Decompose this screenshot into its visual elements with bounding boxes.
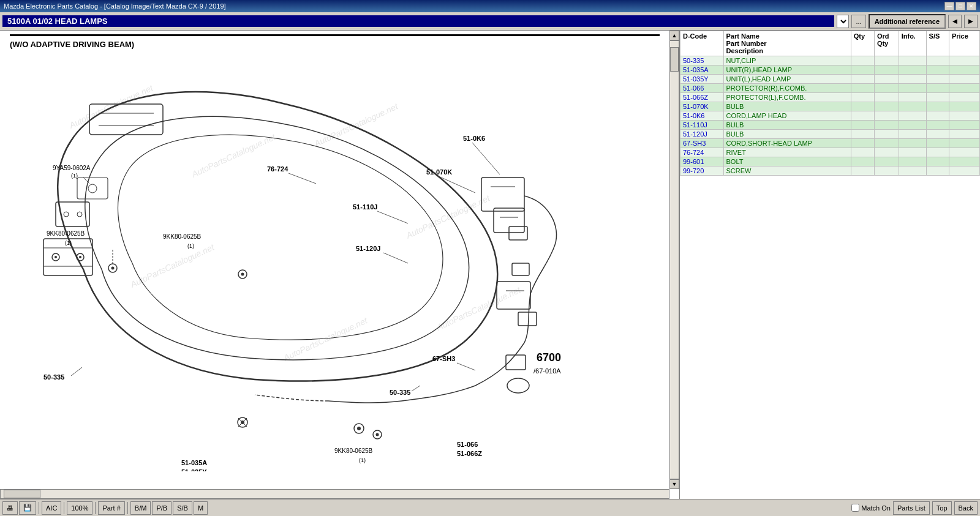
separator-3 [95, 502, 96, 514]
cell-ordqty [874, 93, 899, 102]
maximize-button[interactable]: □ [956, 2, 965, 10]
nav-back-button[interactable]: ◄ [948, 15, 962, 28]
svg-text:9YA59-0602A: 9YA59-0602A [53, 165, 91, 171]
table-row[interactable]: 51-120J BULB [680, 130, 980, 139]
diagram-svg-container: AutoPartsCatalogue.net AutoPartsCatalogu… [0, 55, 669, 473]
table-row[interactable]: 76-724 RIVET [680, 148, 980, 157]
cell-dcode: 51-066Z [680, 93, 724, 102]
svg-text:(1): (1) [71, 173, 78, 179]
svg-line-66 [71, 367, 82, 376]
svg-text:AutoPartsCatalogue.net: AutoPartsCatalogue.net [435, 285, 522, 332]
table-row[interactable]: 50-335 NUT,CLIP [680, 56, 980, 65]
table-row[interactable]: 51-035A UNIT(R),HEAD LAMP [680, 65, 980, 75]
title-bar: Mazda Electronic Parts Catalog - [Catalo… [0, 0, 980, 12]
back-button[interactable]: Back [954, 501, 978, 515]
scroll-track-vertical [669, 40, 679, 479]
cell-info [899, 111, 926, 121]
col-header-ss: S/S [926, 31, 949, 56]
additional-reference-button[interactable]: Additional reference [869, 14, 946, 29]
close-button[interactable]: ✕ [967, 2, 976, 10]
scroll-thumb-vertical[interactable] [670, 47, 679, 72]
save-button[interactable]: 💾 [19, 501, 36, 515]
vertical-scrollbar[interactable]: ▲ ▼ [669, 31, 679, 489]
match-on-checkbox[interactable] [851, 504, 859, 512]
table-row[interactable]: 51-066 PROTECTOR(R),F.COMB. [680, 84, 980, 93]
parts-list-button[interactable]: Parts List [893, 501, 930, 515]
table-row[interactable]: 67-SH3 CORD,SHORT-HEAD LAMP [680, 139, 980, 148]
pb-button[interactable]: P/B [152, 501, 172, 515]
svg-point-30 [507, 378, 529, 393]
svg-line-49 [439, 176, 475, 193]
table-row[interactable]: 51-066Z PROTECTOR(L),F.COMB. [680, 93, 980, 102]
svg-text:AutoPartsCatalogue.net: AutoPartsCatalogue.net [129, 242, 216, 290]
cell-ordqty [874, 84, 899, 93]
part-number-button[interactable]: Part # [98, 501, 124, 515]
cell-qty [851, 102, 874, 111]
aic-button[interactable]: AIC [42, 501, 61, 515]
scroll-thumb-horizontal[interactable] [4, 490, 40, 498]
cell-ordqty [874, 65, 899, 75]
sb-button[interactable]: S/B [173, 501, 192, 515]
cell-partname: SCREW [723, 166, 851, 176]
match-on-label: Match On [861, 504, 891, 512]
cell-dcode: 51-035Y [680, 75, 724, 84]
cell-info [899, 93, 926, 102]
svg-text:6700: 6700 [537, 351, 561, 364]
m-button[interactable]: M [194, 501, 208, 515]
cell-info [899, 157, 926, 166]
table-row[interactable]: 51-110J BULB [680, 121, 980, 130]
cell-ordqty [874, 102, 899, 111]
match-on-checkbox-label[interactable]: Match On [851, 504, 891, 512]
svg-point-36 [357, 427, 361, 430]
svg-point-19 [77, 212, 82, 217]
cell-dcode: 51-035A [680, 65, 724, 75]
section-dropdown[interactable] [837, 15, 849, 28]
svg-text:51-035A: 51-035A [181, 459, 207, 466]
cell-partname: BULB [723, 102, 851, 111]
svg-text:(1): (1) [65, 240, 72, 246]
table-row[interactable]: 51-0K6 CORD,LAMP HEAD [680, 111, 980, 121]
table-row[interactable]: 99-601 BOLT [680, 157, 980, 166]
cell-dcode: 99-601 [680, 157, 724, 166]
cell-ss [926, 111, 949, 121]
window-controls: — □ ✕ [944, 2, 976, 10]
col-header-partname: Part NamePart NumberDescription [723, 31, 851, 56]
section-label: 5100A 01/02 HEAD LAMPS [2, 15, 834, 27]
svg-point-43 [241, 273, 244, 276]
svg-text:51-066: 51-066 [457, 441, 478, 448]
svg-point-11 [55, 256, 57, 258]
svg-point-18 [64, 212, 69, 217]
bm-button[interactable]: B/M [130, 501, 151, 515]
table-row[interactable]: 51-035Y UNIT(L),HEAD LAMP [680, 75, 980, 84]
main-content: (W/O ADAPTIVE DRIVING BEAM) AutoPartsCat… [0, 31, 980, 499]
horizontal-scrollbar[interactable] [0, 489, 669, 499]
cell-ordqty [874, 166, 899, 176]
nav-forward-button[interactable]: ► [964, 15, 978, 28]
cell-dcode: 51-0K6 [680, 111, 724, 121]
svg-text:(1): (1) [187, 243, 194, 249]
minimize-button[interactable]: — [944, 2, 954, 10]
cell-qty [851, 111, 874, 121]
cell-qty [851, 166, 874, 176]
cell-ordqty [874, 157, 899, 166]
cell-info [899, 75, 926, 84]
svg-rect-37 [77, 178, 108, 199]
print-button[interactable]: 🖶 [2, 501, 18, 515]
zoom-button[interactable]: 100% [67, 501, 92, 515]
diagram-area: (W/O ADAPTIVE DRIVING BEAM) AutoPartsCat… [0, 31, 680, 499]
table-row[interactable]: 99-720 SCREW [680, 166, 980, 176]
top-button[interactable]: Top [932, 501, 952, 515]
cell-partname: PROTECTOR(L),F.COMB. [723, 93, 851, 102]
col-header-qty: Qty [851, 31, 874, 56]
svg-line-47 [472, 143, 500, 174]
table-row[interactable]: 51-070K BULB [680, 102, 980, 111]
cell-price [949, 139, 979, 148]
svg-point-38 [88, 184, 97, 193]
ellipsis-button[interactable]: ... [851, 15, 865, 28]
cell-partname: CORD,LAMP HEAD [723, 111, 851, 121]
scroll-up-button[interactable]: ▲ [669, 31, 679, 40]
separator-2 [64, 502, 64, 514]
cell-ordqty [874, 148, 899, 157]
cell-ordqty [874, 75, 899, 84]
scroll-down-button[interactable]: ▼ [669, 479, 679, 489]
